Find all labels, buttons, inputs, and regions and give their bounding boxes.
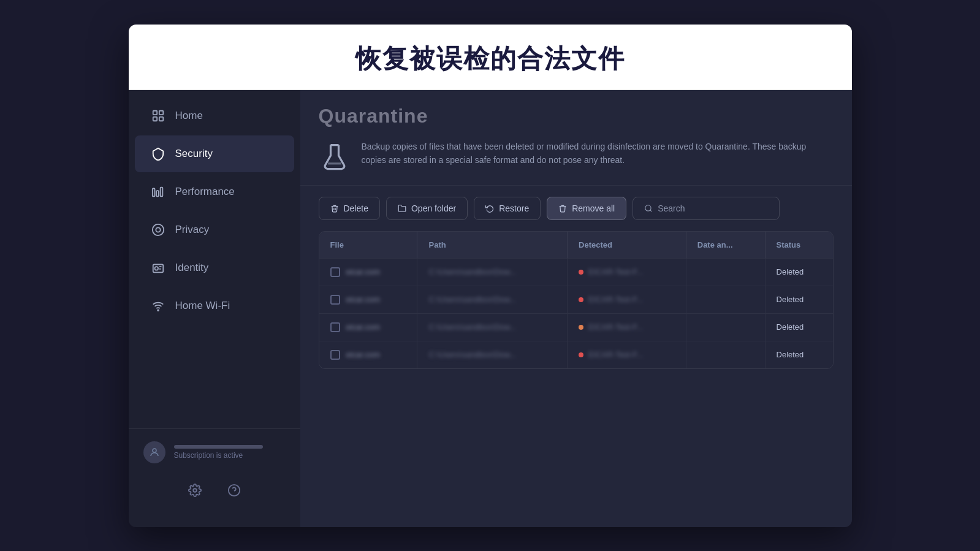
threat-dot-1 (579, 297, 583, 302)
row-checkbox-3[interactable] (330, 350, 340, 360)
status-text-2: Deleted (777, 322, 804, 332)
cell-path: C:\Users\sandbox\Dow... (417, 313, 568, 341)
sidebar-item-label-privacy: Privacy (175, 224, 210, 236)
cell-detected: EICAR-Test-F... (568, 286, 686, 313)
path-text-3: C:\Users\sandbox\Dow... (428, 350, 516, 359)
status-text-1: Deleted (777, 295, 804, 304)
row-checkbox-1[interactable] (330, 295, 340, 305)
sidebar-item-home-wifi[interactable]: Home Wi-Fi (135, 287, 294, 324)
quarantine-header: Quarantine Backup copies of files that h… (300, 90, 852, 186)
sidebar-item-identity[interactable]: Identity (135, 249, 294, 286)
subscription-bar-fill (174, 445, 264, 449)
search-box[interactable]: Search (632, 197, 780, 220)
sidebar-item-privacy[interactable]: Privacy (135, 211, 294, 248)
col-detected: Detected (568, 232, 686, 259)
svg-line-17 (650, 210, 652, 211)
sidebar-item-label-performance: Performance (175, 186, 235, 198)
row-checkbox-0[interactable] (330, 267, 340, 277)
row-checkbox-2[interactable] (330, 322, 340, 332)
sidebar-item-security[interactable]: Security (135, 135, 294, 172)
table-header: File Path Detected Date an... Status (319, 232, 833, 259)
cell-file: eicar.com (319, 341, 417, 368)
table-row[interactable]: eicar.com C:\Users\sandbox\Dow... EICAR-… (319, 341, 833, 368)
cell-file: eicar.com (319, 313, 417, 341)
cell-detected: EICAR-Test-F... (568, 341, 686, 368)
table-row[interactable]: eicar.com C:\Users\sandbox\Dow... EICAR-… (319, 258, 833, 286)
sidebar-item-label-identity: Identity (175, 262, 209, 274)
remove-all-button[interactable]: Remove all (547, 197, 626, 220)
delete-button[interactable]: Delete (319, 197, 380, 220)
quarantine-table-wrapper: File Path Detected Date an... Status eic… (319, 231, 834, 369)
threat-dot-0 (579, 270, 583, 275)
status-text-3: Deleted (777, 350, 804, 359)
home-icon (150, 107, 167, 124)
sidebar-bottom: Subscription is active (129, 428, 300, 515)
delete-label: Delete (344, 203, 368, 213)
folder-icon (398, 204, 406, 213)
info-box: Backup copies of files that have been de… (319, 140, 834, 185)
restore-label: Restore (499, 203, 529, 213)
cell-file: eicar.com (319, 286, 417, 313)
svg-rect-2 (153, 116, 156, 120)
main-layout: Home Security (129, 90, 852, 527)
subscription-area: Subscription is active (143, 441, 286, 463)
app-window: 恢复被误检的合法文件 Home (129, 25, 852, 527)
svg-rect-1 (159, 110, 162, 114)
cell-date (686, 258, 765, 286)
cell-date (686, 313, 765, 341)
settings-button[interactable] (183, 478, 207, 503)
open-folder-button[interactable]: Open folder (386, 197, 468, 220)
threat-name-1: EICAR-Test-F... (588, 295, 644, 304)
cell-status: Deleted (765, 313, 832, 341)
sidebar-item-label-wifi: Home Wi-Fi (175, 300, 230, 312)
sidebar-item-label-home: Home (175, 110, 203, 122)
svg-point-7 (152, 224, 163, 235)
restore-button[interactable]: Restore (474, 197, 541, 220)
support-button[interactable] (222, 478, 246, 503)
table-row[interactable]: eicar.com C:\Users\sandbox\Dow... EICAR-… (319, 313, 833, 341)
svg-point-16 (645, 205, 651, 210)
table-row[interactable]: eicar.com C:\Users\sandbox\Dow... EICAR-… (319, 286, 833, 313)
status-text-0: Deleted (777, 267, 804, 276)
page-heading: 恢复被误检的合法文件 (153, 42, 827, 76)
cell-path: C:\Users\sandbox\Dow... (417, 286, 568, 313)
svg-point-12 (153, 449, 156, 452)
cell-status: Deleted (765, 286, 832, 313)
cell-date (686, 286, 765, 313)
svg-point-11 (158, 310, 159, 311)
open-folder-label: Open folder (411, 203, 456, 213)
search-placeholder: Search (658, 203, 685, 213)
table-body: eicar.com C:\Users\sandbox\Dow... EICAR-… (319, 258, 833, 368)
search-icon (644, 204, 653, 213)
threat-name-2: EICAR-Test-F... (588, 322, 644, 332)
quarantine-table: File Path Detected Date an... Status eic… (319, 232, 833, 368)
sidebar-item-performance[interactable]: Performance (135, 173, 294, 210)
identity-icon (150, 259, 167, 276)
toolbar: Delete Open folder Restore (300, 186, 852, 231)
path-text-1: C:\Users\sandbox\Dow... (428, 295, 516, 304)
bottom-icons (143, 478, 286, 503)
remove-all-icon (558, 204, 567, 213)
cell-status: Deleted (765, 258, 832, 286)
threat-name-0: EICAR-Test-F... (588, 267, 644, 276)
cell-detected: EICAR-Test-F... (568, 313, 686, 341)
privacy-icon (150, 221, 167, 238)
remove-all-label: Remove all (572, 203, 615, 213)
col-path: Path (417, 232, 568, 259)
svg-rect-5 (156, 191, 159, 196)
sidebar-item-label-security: Security (175, 148, 213, 160)
cell-date (686, 341, 765, 368)
svg-rect-3 (159, 116, 162, 120)
svg-rect-4 (152, 188, 154, 196)
title-bar: 恢复被误检的合法文件 (129, 25, 852, 90)
threat-dot-3 (579, 352, 583, 357)
sidebar-item-home[interactable]: Home (135, 97, 294, 134)
file-name-2: eicar.com (346, 322, 381, 332)
cell-path: C:\Users\sandbox\Dow... (417, 341, 568, 368)
lab-flask-icon (319, 141, 351, 173)
col-file: File (319, 232, 417, 259)
quarantine-title: Quarantine (319, 105, 834, 127)
sidebar-nav: Home Security (129, 90, 300, 428)
path-text-2: C:\Users\sandbox\Dow... (428, 322, 516, 332)
trash-icon (330, 204, 339, 213)
